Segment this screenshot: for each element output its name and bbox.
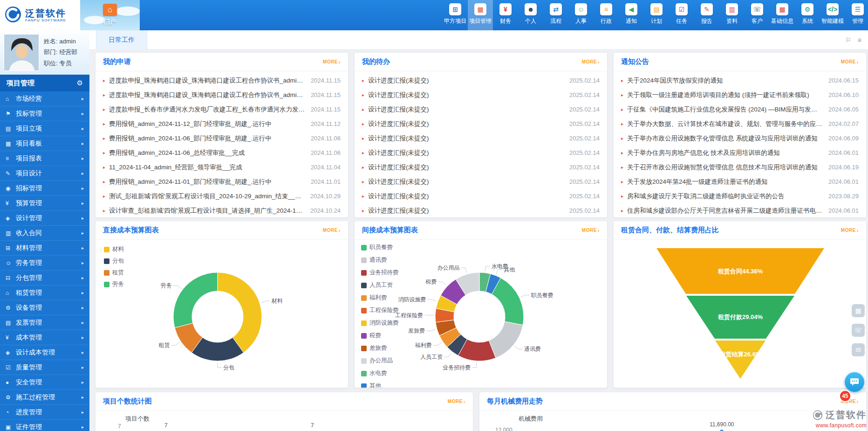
portal-button[interactable]: ⌂ 门户 xyxy=(80,0,140,30)
phone-icon[interactable]: ☏ xyxy=(852,324,865,337)
list-item[interactable]: ▸设计进度汇报(未提交)2025.02.14 xyxy=(355,189,607,203)
more-link[interactable]: MORE› xyxy=(841,59,859,65)
sidebar-item-招标管理[interactable]: ◉招标管理▸ xyxy=(0,181,89,196)
sidebar-item-施工过程管理[interactable]: ⚙施工过程管理▸ xyxy=(0,390,89,405)
module-client-project[interactable]: ⊞甲方项目 xyxy=(443,0,468,30)
list-item[interactable]: ▸费用报销_admin_2024-11-12_部门经理审批_胡建_.运行中202… xyxy=(96,117,348,131)
sidebar-item-劳务管理[interactable]: ☺劳务管理▸ xyxy=(0,256,89,271)
module-project-mgmt[interactable]: ▦项目管理 xyxy=(468,0,493,30)
list-item[interactable]: ▸关于举办住房与房地产信息化 技术及应用培训班的通知2024.06.01 xyxy=(614,146,866,160)
sidebar-item-投标管理[interactable]: ⚑投标管理▸ xyxy=(0,106,89,121)
more-link[interactable]: MORE› xyxy=(323,59,341,65)
legend-item[interactable]: 办公用品 xyxy=(361,357,399,365)
list-item[interactable]: ▸设计进度汇报(未提交)2025.02.14 xyxy=(355,117,607,131)
qr-code-icon[interactable]: ▦ xyxy=(852,304,865,317)
chat-service-button[interactable] xyxy=(845,372,864,392)
module-admin[interactable]: ≡行政 xyxy=(594,0,619,30)
list-item[interactable]: ▸设计进度汇报(未提交)2025.02.14 xyxy=(355,73,607,88)
list-item[interactable]: ▸费用报销_admin_2024-11-01_部门经理审批_胡建_.运行中202… xyxy=(96,174,348,189)
module-smart-model[interactable]: </>智能建模 xyxy=(820,0,845,30)
more-link[interactable]: MORE› xyxy=(582,59,600,65)
legend-item[interactable]: 职员餐费 xyxy=(361,243,399,251)
more-link[interactable]: MORE› xyxy=(582,228,600,233)
module-workflow[interactable]: ⇄流程 xyxy=(543,0,568,30)
list-item[interactable]: ▸进度款申报_珠海鹤港口建设_珠海鹤港口建设工程合作协议书_admin_...2… xyxy=(96,73,348,88)
list-item[interactable]: ▸住房和城乡建设部办公厅关于同意吉林省开展二级建造师注册证书电子化试点...20… xyxy=(614,203,866,218)
sidebar-item-发票管理[interactable]: ▤发票管理▸ xyxy=(0,315,89,330)
sidebar-item-设备管理[interactable]: ⚙设备管理▸ xyxy=(0,300,89,315)
sidebar-item-预算管理[interactable]: ¥预算管理▸ xyxy=(0,196,89,211)
list-item[interactable]: ▸测试_彭祖新城'四馆'景观工程设计项目_2024-10-29_admin_结束… xyxy=(96,189,348,203)
list-item[interactable]: ▸11_2024-11-04_admin_经营部_领导审批__完成2024.11… xyxy=(96,160,348,174)
list-item[interactable]: ▸费用报销_admin_2024-11-06_部门经理审批_胡建_.运行中202… xyxy=(96,131,348,146)
sidebar-item-市场经营[interactable]: ⌂市场经营▸ xyxy=(0,91,89,106)
notification-badge[interactable]: 45 xyxy=(839,390,851,402)
module-customer[interactable]: ☏客户 xyxy=(745,0,770,30)
module-finance[interactable]: ¥财务 xyxy=(493,0,518,30)
sidebar-item-项目立项[interactable]: ▤项目立项▸ xyxy=(0,121,89,136)
module-base-info[interactable]: ▦基础信息 xyxy=(770,0,795,30)
sidebar-item-进度管理[interactable]: ◔进度管理▸ xyxy=(0,405,89,420)
module-hr[interactable]: ☺人事 xyxy=(568,0,594,30)
sidebar-item-项目看板[interactable]: ▦项目看板▸ xyxy=(0,136,89,151)
legend-item[interactable]: 通讯费 xyxy=(361,256,399,264)
toggle-panel-icon[interactable]: ≡ xyxy=(858,36,861,44)
module-notice[interactable]: ◀通知 xyxy=(619,0,644,30)
legend-item[interactable]: 工程保险费 xyxy=(361,306,399,314)
legend-item[interactable]: 福利费 xyxy=(361,294,399,302)
sidebar-item-分包管理[interactable]: ⊟分包管理▸ xyxy=(0,271,89,285)
list-item[interactable]: ▸于征集《中国建筑施工行业信息化发展报告 (2024) —BIM应用与发展》材料… xyxy=(614,102,866,117)
more-link[interactable]: MORE› xyxy=(841,228,859,233)
legend-item[interactable]: 业务招待费 xyxy=(361,269,399,277)
legend-item[interactable]: 材料 xyxy=(104,245,124,253)
list-item[interactable]: ▸费用报销_admin_2024-11-06_总经理审批__完成2024.11.… xyxy=(96,146,348,160)
list-item[interactable]: ▸关于发放2024年第24批一级建造师注册证书的通知2024.06.01 xyxy=(614,174,866,189)
list-item[interactable]: ▸关于举办大数据、云计算技术在城市建设、规划、管理与服务中的应用培训班...20… xyxy=(614,117,866,131)
sidebar-item-材料管理[interactable]: ⊞材料管理▸ xyxy=(0,241,89,256)
sidebar-item-收入合同[interactable]: ▥收入合同▸ xyxy=(0,226,89,241)
list-item[interactable]: ▸设计进度汇报(未提交)2025.02.14 xyxy=(355,88,607,102)
legend-item[interactable]: 租赁 xyxy=(104,269,124,277)
legend-item[interactable]: 其他 xyxy=(361,382,399,388)
legend-item[interactable]: 消防设施费 xyxy=(361,319,399,327)
legend-item[interactable]: 劳务 xyxy=(104,280,124,288)
module-report[interactable]: ✎报告 xyxy=(694,0,719,30)
sidebar-item-成本管理[interactable]: ¥成本管理▸ xyxy=(0,330,89,345)
module-system[interactable]: ⚙系统 xyxy=(795,0,820,30)
legend-item[interactable]: 人员工资 xyxy=(361,281,399,289)
tab-daily-work[interactable]: 日常工作 xyxy=(96,30,147,50)
sidebar-item-安全管理[interactable]: ●安全管理▸ xyxy=(0,375,89,390)
module-personal[interactable]: ☻个人 xyxy=(518,0,543,30)
list-item[interactable]: ▸设计审查_彭祖新城'四馆'景观工程设计项目_请选择_胡广生_2024-10-2… xyxy=(96,203,348,218)
list-item[interactable]: ▸关于举办市政公用设施数字化管理信息 系统建设与应用培训班的通知2024.06.… xyxy=(614,131,866,146)
module-manage[interactable]: ☰管理 xyxy=(845,0,868,30)
list-item[interactable]: ▸设计进度汇报(未提交)2025.02.14 xyxy=(355,146,607,160)
sidebar-item-设计管理[interactable]: ◈设计管理▸ xyxy=(0,211,89,226)
mail-icon[interactable]: ✉ xyxy=(852,343,865,356)
module-plan[interactable]: ▤计划 xyxy=(644,0,669,30)
legend-item[interactable]: 差旅费 xyxy=(361,344,399,352)
more-link[interactable]: MORE› xyxy=(323,228,341,233)
more-link[interactable]: MORE› xyxy=(448,399,465,404)
module-document[interactable]: ▥资料 xyxy=(719,0,745,30)
list-item[interactable]: ▸设计进度汇报(未提交)2025.02.14 xyxy=(355,203,607,218)
sidebar-item-设计成本管理[interactable]: ◈设计成本管理▸ xyxy=(0,345,89,360)
sidebar-item-证件管理[interactable]: ▣证件管理▸ xyxy=(0,420,89,431)
legend-item[interactable]: 水电费 xyxy=(361,369,399,377)
legend-item[interactable]: 分包 xyxy=(104,257,124,265)
list-item[interactable]: ▸进度款申报_珠海鹤港口建设_珠海鹤港口建设工程合作协议书_admin_...2… xyxy=(96,88,348,102)
list-item[interactable]: ▸关于召开市政公用设施智慧化管理信息 信息技术与应用培训班的通知2024.06.… xyxy=(614,160,866,174)
gear-icon[interactable]: ⚙ xyxy=(77,79,83,87)
sidebar-item-租赁管理[interactable]: ⌂租赁管理▸ xyxy=(0,285,89,300)
list-item[interactable]: ▸关于领取一级注册建造师培训项目的通知 (须持一建证书前来领取)2024.06.… xyxy=(614,88,866,102)
list-item[interactable]: ▸进度款申报_长春市伊通河水力发电厂改建工程_长春市伊通河水力发电...2024… xyxy=(96,102,348,117)
list-item[interactable]: ▸设计进度汇报(未提交)2025.02.14 xyxy=(355,131,607,146)
key-icon[interactable]: ⚐ xyxy=(845,36,851,44)
legend-item[interactable]: 税费 xyxy=(361,332,399,340)
sidebar-item-项目设计[interactable]: ✎项目设计▸ xyxy=(0,166,89,181)
list-item[interactable]: ▸房和城乡建设厅关于取消二级建造师临时执业证书的公告2023.08.29 xyxy=(614,189,866,203)
list-item[interactable]: ▸设计进度汇报(未提交)2025.02.14 xyxy=(355,102,607,117)
list-item[interactable]: ▸关于2024年国庆节放假安排的通知2024.06.15 xyxy=(614,73,866,88)
sidebar-item-项目报表[interactable]: ≡项目报表▸ xyxy=(0,151,89,166)
list-item[interactable]: ▸设计进度汇报(未提交)2025.02.14 xyxy=(355,174,607,189)
